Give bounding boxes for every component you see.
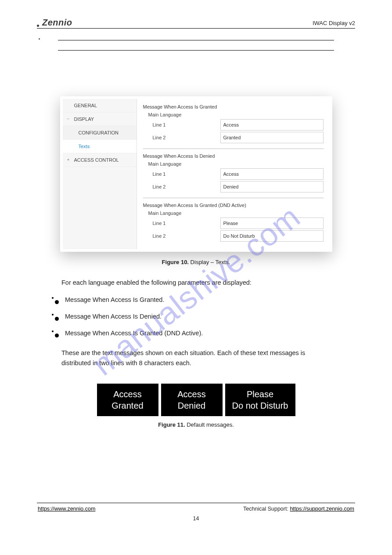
intro-text: For each language enabled the following … xyxy=(61,278,331,287)
collapse-icon[interactable]: − xyxy=(67,116,70,121)
divider xyxy=(143,198,324,198)
sidebar-item-general[interactable]: GENERAL xyxy=(63,99,137,112)
figure-caption: Figure 10. Display – Texts. xyxy=(37,259,355,265)
bullet-list: Message When Access Is Granted. Message … xyxy=(52,296,355,337)
sidebar-item-texts[interactable]: Texts xyxy=(63,140,137,153)
footer: https://www.zennio.com Technical Support… xyxy=(37,506,355,512)
bullet-icon xyxy=(52,314,59,321)
line1-input[interactable] xyxy=(220,119,324,131)
section-heading: Message When Access Is Granted xyxy=(143,104,324,109)
field-label: Line 1 xyxy=(153,221,220,226)
line1-input[interactable] xyxy=(220,168,324,180)
footer-right: Technical Support: https://support.zenni… xyxy=(243,506,354,512)
field-label: Line 2 xyxy=(153,184,220,189)
section-subheading: Main Language xyxy=(148,112,324,117)
line2-input[interactable] xyxy=(220,181,324,192)
doc-title: IWAC Display v2 xyxy=(37,20,355,26)
ets-content: Message When Access Is Granted Main Lang… xyxy=(137,99,330,249)
paragraph: These are the text messages shown on eac… xyxy=(61,348,331,368)
tile-dnd: Please Do not Disturb xyxy=(225,384,295,416)
field-label: Line 1 xyxy=(153,171,220,177)
list-item: Message When Access Is Granted (DND Acti… xyxy=(52,330,355,337)
field-label: Line 1 xyxy=(153,122,220,127)
section-rules xyxy=(58,40,334,51)
message-tiles: Access Granted Access Denied Please Do n… xyxy=(37,384,355,416)
header: Zennio IWAC Display v2 xyxy=(37,18,355,29)
bullet-icon xyxy=(52,297,59,304)
line2-input[interactable] xyxy=(220,230,324,242)
page-number: 14 xyxy=(37,515,355,522)
field-label: Line 2 xyxy=(153,233,220,239)
divider xyxy=(37,28,355,29)
line1-input[interactable] xyxy=(220,218,324,229)
bullet-icon xyxy=(52,330,59,337)
line2-input[interactable] xyxy=(220,132,324,143)
footer-link-support[interactable]: https://support.zennio.com xyxy=(290,506,354,512)
section-subheading: Main Language xyxy=(148,210,324,216)
sidebar-item-configuration[interactable]: CONFIGURATION xyxy=(63,126,137,140)
figure-caption: Figure 11. Default messages. xyxy=(37,421,355,428)
section-heading: Message When Access Is Granted (DND Acti… xyxy=(143,203,324,208)
expand-icon[interactable]: + xyxy=(67,157,70,162)
list-item: Message When Access Is Granted. xyxy=(52,296,355,304)
section-subheading: Main Language xyxy=(148,161,324,167)
tile-access-granted: Access Granted xyxy=(97,384,158,416)
divider xyxy=(143,149,324,149)
field-label: Line 2 xyxy=(153,135,220,140)
divider xyxy=(37,503,355,503)
tile-access-denied: Access Denied xyxy=(161,384,223,416)
ets-sidebar: GENERAL − DISPLAY CONFIGURATION Texts + … xyxy=(63,99,137,249)
ets-screenshot: GENERAL − DISPLAY CONFIGURATION Texts + … xyxy=(63,99,330,249)
list-item: Message When Access Is Denied. xyxy=(52,313,355,321)
sidebar-item-access-control[interactable]: + ACCESS CONTROL xyxy=(63,153,137,167)
section-heading: Message When Access Is Denied xyxy=(143,153,324,159)
footer-link-home[interactable]: https://www.zennio.com xyxy=(38,506,95,512)
sidebar-item-display[interactable]: − DISPLAY xyxy=(63,112,137,126)
